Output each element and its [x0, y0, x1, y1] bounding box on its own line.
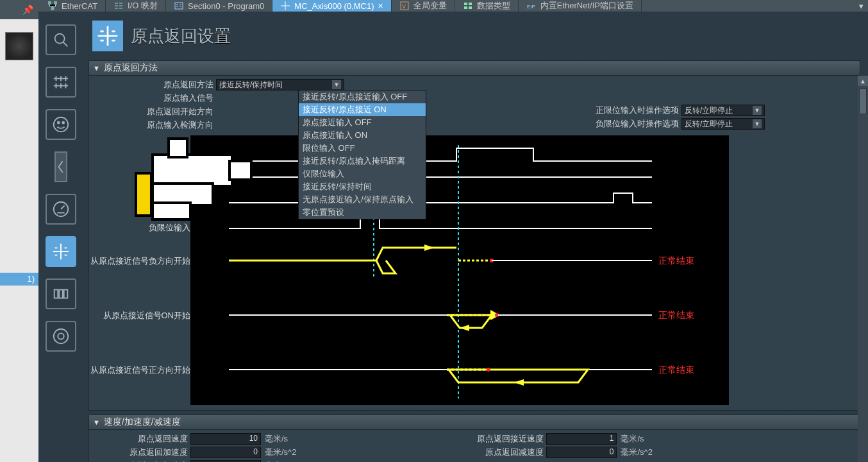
tree-selected-node[interactable]: 1) — [0, 273, 38, 286]
param-label: 原点返回开始方向 — [94, 106, 216, 117]
tab-label: 内置EtherNet/IP端口设置 — [540, 0, 633, 12]
homing-accel-input[interactable]: 0 — [190, 447, 261, 458]
eip-icon: EIP — [526, 1, 537, 11]
unit-label: 毫米/s — [621, 433, 644, 445]
svg-rect-9 — [469, 6, 472, 9]
datatype-icon — [463, 1, 473, 11]
dropdown-item[interactable]: 原点接近输入 ON — [299, 129, 426, 142]
collapse-icon: ▼ — [93, 64, 100, 72]
param-label: 原点返回方法 — [94, 79, 216, 90]
explorer-panel[interactable]: 📌 002) 1) — [0, 0, 38, 462]
axis-icon — [280, 1, 290, 11]
tab-label: EtherCAT — [62, 1, 97, 11]
vertical-scrollbar[interactable]: ▲ ▼ — [858, 76, 868, 462]
tab-strip: EtherCAT I/O 映射 Section0 - Program0 MC_A… — [38, 0, 868, 12]
tab-ethercat[interactable]: EtherCAT — [40, 0, 106, 12]
close-icon[interactable]: × — [378, 1, 383, 11]
dropdown-item[interactable]: 无原点接近输入/保持原点输入 — [299, 193, 426, 206]
svg-marker-30 — [514, 379, 524, 386]
param-label: 原点返回减速度 — [437, 447, 546, 458]
section-title: 原点返回方法 — [104, 62, 158, 74]
svg-rect-3 — [175, 3, 183, 9]
svg-rect-1 — [54, 1, 57, 4]
dropdown-item[interactable]: 接近反转/保持时间 — [299, 180, 426, 193]
side-btn-unit[interactable] — [46, 67, 76, 98]
scroll-up-icon[interactable]: ▲ — [858, 76, 868, 86]
select-value: 接近反转/保持时间 — [219, 80, 283, 90]
svg-rect-2 — [51, 7, 54, 10]
tab-label: I/O 映射 — [128, 0, 158, 12]
chevron-down-icon: ▼ — [753, 119, 762, 128]
tab-label: 全局变量 — [413, 0, 447, 12]
side-btn-servo[interactable] — [46, 321, 76, 352]
dropdown-item[interactable]: 接近反转/原点输入掩码距离 — [299, 155, 426, 167]
dropdown-item[interactable]: 接近反转/原点接近 ON — [299, 103, 426, 116]
dropdown-item[interactable]: 限位输入 OFF — [299, 142, 426, 155]
side-btn-limit[interactable] — [46, 194, 76, 225]
svg-point-19 — [54, 329, 69, 344]
param-label: 正限位输入时操作选项 — [553, 105, 681, 116]
homing-speed-input[interactable]: 10 — [190, 433, 261, 445]
homing-method-select[interactable]: 接近反转/保持时间 ▼ — [216, 79, 344, 90]
side-btn-basic[interactable] — [46, 24, 76, 55]
chevron-down-icon: ▼ — [332, 80, 341, 89]
tab-program[interactable]: Section0 - Program0 — [166, 0, 272, 12]
section-header-speed[interactable]: ▼ 速度/加速度/减速度 — [88, 415, 860, 430]
unit-label: 毫米/s^2 — [621, 447, 652, 458]
collapse-icon: ▼ — [93, 418, 100, 426]
page-title-icon — [92, 21, 123, 51]
device-thumbnail[interactable] — [5, 32, 33, 60]
section-header-method[interactable]: ▼ 原点返回方法 — [88, 60, 860, 76]
neg-limit-option-select[interactable]: 反转/立即停止 ▼ — [681, 118, 765, 130]
svg-point-20 — [58, 333, 63, 339]
param-label: 负限位输入时操作选项 — [553, 118, 681, 130]
tab-label: Section0 - Program0 — [188, 1, 264, 11]
unit-label: 毫米/s — [265, 433, 288, 445]
homing-decel-input[interactable]: 0 — [546, 447, 617, 458]
param-label: 原点输入信号 — [94, 92, 216, 104]
tab-axis[interactable]: MC_Axis000 (0,MC1) × — [272, 0, 391, 12]
svg-rect-16 — [54, 289, 58, 298]
param-label: 原点输入检测方向 — [94, 119, 216, 131]
diag-label-from-pos-prox: 从原点接近信号正方向开始 — [49, 364, 190, 376]
dropdown-item[interactable]: 仅限位输入 — [299, 167, 426, 180]
pin-icon[interactable]: 📌 — [22, 4, 33, 15]
tab-eip[interactable]: EIP 内置EtherNet/IP端口设置 — [519, 0, 642, 12]
select-value: 反转/立即停止 — [685, 105, 733, 116]
side-btn-operation[interactable] — [46, 109, 76, 140]
svg-text:V: V — [402, 3, 406, 10]
chevron-down-icon: ▼ — [753, 106, 762, 115]
svg-point-31 — [487, 368, 490, 372]
svg-rect-17 — [59, 289, 63, 298]
select-value: 反转/立即停止 — [685, 119, 733, 130]
svg-text:EIP: EIP — [527, 4, 535, 10]
homing-method-dropdown[interactable]: 接近反转/原点接近输入 OFF接近反转/原点接近 ON原点接近输入 OFF原点接… — [298, 90, 426, 219]
param-label: 原点返回接近速度 — [437, 433, 546, 445]
svg-rect-8 — [464, 6, 467, 9]
dropdown-item[interactable]: 零位置预设 — [299, 206, 426, 219]
end-label: 正常结束 — [658, 255, 694, 267]
scroll-thumb[interactable] — [859, 89, 867, 114]
network-icon — [47, 1, 58, 11]
io-icon — [113, 1, 124, 11]
homing-diagram: 负限位输入 从原点接近信号负方向开始 从原点接近信号ON开始 从原点接近信号正方… — [190, 135, 729, 405]
tab-overflow-dropdown[interactable]: ▾ — [854, 0, 868, 12]
dropdown-item[interactable]: 原点接近输入 OFF — [299, 116, 426, 129]
svg-rect-18 — [64, 289, 68, 298]
pos-limit-option-select[interactable]: 反转/立即停止 ▼ — [681, 105, 765, 116]
tab-label: MC_Axis000 (0,MC1) — [294, 1, 374, 11]
page-title: 原点返回设置 — [131, 25, 231, 47]
side-btn-position[interactable] — [46, 278, 76, 309]
tab-datatype[interactable]: 数据类型 — [455, 0, 519, 12]
side-btn-other[interactable] — [54, 151, 67, 182]
homing-approach-speed-input[interactable]: 1 — [546, 433, 617, 445]
tab-globalvar[interactable]: V 全局变量 — [392, 0, 455, 12]
tab-iomap[interactable]: I/O 映射 — [106, 0, 166, 12]
section-title: 速度/加速度/减速度 — [104, 416, 181, 428]
program-icon — [174, 1, 184, 11]
tab-label: 数据类型 — [477, 0, 510, 12]
svg-point-14 — [62, 122, 64, 124]
dropdown-item[interactable]: 接近反转/原点接近输入 OFF — [299, 90, 426, 103]
end-label: 正常结束 — [658, 310, 694, 321]
diag-label-from-neg-prox: 从原点接近信号负方向开始 — [49, 255, 190, 267]
